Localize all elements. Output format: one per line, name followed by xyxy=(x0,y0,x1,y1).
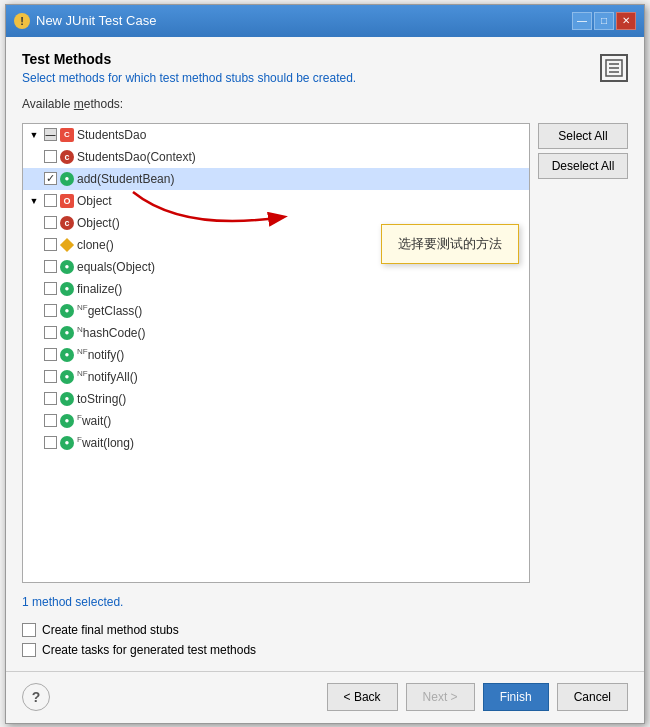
method-icon-finalize: ● xyxy=(60,282,74,296)
tree-row-equals[interactable]: ● equals(Object) xyxy=(23,256,529,278)
label-studentsDao-constructor: StudentsDao(Context) xyxy=(77,150,196,164)
tree-row-wait[interactable]: ● Fwait() xyxy=(23,410,529,432)
label-equals: equals(Object) xyxy=(77,260,155,274)
tree-row-studentsDao[interactable]: ▼ — C StudentsDao xyxy=(23,124,529,146)
label-notifyAll: NFnotifyAll() xyxy=(77,369,138,384)
checkbox-add[interactable]: ✓ xyxy=(44,172,57,185)
status-text: 1 method selected. xyxy=(22,595,628,609)
close-button[interactable]: ✕ xyxy=(616,12,636,30)
checkbox-finalize[interactable] xyxy=(44,282,57,295)
checkbox-equals[interactable] xyxy=(44,260,57,273)
title-bar: ! New JUnit Test Case — □ ✕ xyxy=(6,5,644,37)
checkbox-getClass[interactable] xyxy=(44,304,57,317)
method-icon-wait: ● xyxy=(60,414,74,428)
checkbox-notifyAll[interactable] xyxy=(44,370,57,383)
checkbox-object-constructor[interactable] xyxy=(44,216,57,229)
checkbox-toString[interactable] xyxy=(44,392,57,405)
help-icon: ? xyxy=(32,689,41,705)
window-controls: — □ ✕ xyxy=(572,12,636,30)
checkbox-wait[interactable] xyxy=(44,414,57,427)
tree-row-waitLong[interactable]: ● Fwait(long) xyxy=(23,432,529,454)
checkbox-create-tasks[interactable] xyxy=(22,643,36,657)
help-button[interactable]: ? xyxy=(22,683,50,711)
main-window: ! New JUnit Test Case — □ ✕ Test Methods… xyxy=(5,4,645,724)
label-object-constructor: Object() xyxy=(77,216,120,230)
minimize-button[interactable]: — xyxy=(572,12,592,30)
maximize-button[interactable]: □ xyxy=(594,12,614,30)
tree-row-studentsDao-constructor[interactable]: c StudentsDao(Context) xyxy=(23,146,529,168)
method-icon-object-constructor: c xyxy=(60,216,74,230)
collapse-object[interactable]: ▼ xyxy=(27,194,41,208)
method-icon-notify: ● xyxy=(60,348,74,362)
tree-list: ▼ — C StudentsDao c StudentsDao(Context)… xyxy=(23,124,529,454)
method-icon-notifyAll: ● xyxy=(60,370,74,384)
section-header: Test Methods Select methods for which te… xyxy=(22,51,628,85)
class-icon-object: O xyxy=(60,194,74,208)
window-title: New JUnit Test Case xyxy=(36,13,156,28)
label-waitLong: Fwait(long) xyxy=(77,435,134,450)
checkboxes-area: Create final method stubs Create tasks f… xyxy=(22,623,628,657)
diamond-icon-clone xyxy=(60,237,74,251)
cancel-button[interactable]: Cancel xyxy=(557,683,628,711)
content-area: Test Methods Select methods for which te… xyxy=(6,37,644,671)
tree-row-add[interactable]: ✓ ● add(StudentBean) xyxy=(23,168,529,190)
label-finalize: finalize() xyxy=(77,282,122,296)
available-label: Available methods: xyxy=(22,97,628,111)
label-clone: clone() xyxy=(77,238,114,252)
checkbox-waitLong[interactable] xyxy=(44,436,57,449)
next-button[interactable]: Next > xyxy=(406,683,475,711)
tree-row-notify[interactable]: ● NFnotify() xyxy=(23,344,529,366)
checkbox-studentsDao[interactable]: — xyxy=(44,128,57,141)
label-getClass: NFgetClass() xyxy=(77,303,142,318)
tree-row-object[interactable]: ▼ O Object xyxy=(23,190,529,212)
method-icon-getClass: ● xyxy=(60,304,74,318)
method-icon-hashCode: ● xyxy=(60,326,74,340)
tree-row-notifyAll[interactable]: ● NFnotifyAll() xyxy=(23,366,529,388)
label-studentsDao: StudentsDao xyxy=(77,128,146,142)
back-button[interactable]: < Back xyxy=(327,683,398,711)
checkbox-row-tasks: Create tasks for generated test methods xyxy=(22,643,628,657)
method-icon-add: ● xyxy=(60,172,74,186)
select-all-button[interactable]: Select All xyxy=(538,123,628,149)
checkbox-hashCode[interactable] xyxy=(44,326,57,339)
checkbox-notify[interactable] xyxy=(44,348,57,361)
section-title-area: Test Methods Select methods for which te… xyxy=(22,51,356,85)
label-create-tasks: Create tasks for generated test methods xyxy=(42,643,256,657)
methods-area: ▼ — C StudentsDao c StudentsDao(Context)… xyxy=(22,123,628,583)
section-description: Select methods for which test method stu… xyxy=(22,71,356,85)
section-icon xyxy=(600,54,628,82)
tree-row-object-constructor[interactable]: c Object() xyxy=(23,212,529,234)
section-title: Test Methods xyxy=(22,51,356,67)
tree-row-hashCode[interactable]: ● NhashCode() xyxy=(23,322,529,344)
checkbox-object[interactable] xyxy=(44,194,57,207)
checkbox-studentsDao-constructor[interactable] xyxy=(44,150,57,163)
method-icon-equals: ● xyxy=(60,260,74,274)
footer-buttons: < Back Next > Finish Cancel xyxy=(327,683,628,711)
class-icon-studentsDao: C xyxy=(60,128,74,142)
warning-icon: ! xyxy=(14,13,30,29)
footer: ? < Back Next > Finish Cancel xyxy=(6,671,644,723)
label-object: Object xyxy=(77,194,112,208)
tree-row-toString[interactable]: ● toString() xyxy=(23,388,529,410)
tree-row-finalize[interactable]: ● finalize() xyxy=(23,278,529,300)
label-create-final: Create final method stubs xyxy=(42,623,179,637)
method-icon-toString: ● xyxy=(60,392,74,406)
label-notify: NFnotify() xyxy=(77,347,124,362)
tree-container[interactable]: ▼ — C StudentsDao c StudentsDao(Context)… xyxy=(22,123,530,583)
tree-row-getClass[interactable]: ● NFgetClass() xyxy=(23,300,529,322)
collapse-studentsDao[interactable]: ▼ xyxy=(27,128,41,142)
sidebar-buttons: Select All Deselect All xyxy=(538,123,628,583)
checkbox-row-final: Create final method stubs xyxy=(22,623,628,637)
label-toString: toString() xyxy=(77,392,126,406)
method-icon-waitLong: ● xyxy=(60,436,74,450)
label-hashCode: NhashCode() xyxy=(77,325,145,340)
label-wait: Fwait() xyxy=(77,413,111,428)
finish-button[interactable]: Finish xyxy=(483,683,549,711)
tree-row-clone[interactable]: clone() xyxy=(23,234,529,256)
checkbox-clone[interactable] xyxy=(44,238,57,251)
method-icon-constructor: c xyxy=(60,150,74,164)
checkbox-create-final[interactable] xyxy=(22,623,36,637)
label-add: add(StudentBean) xyxy=(77,172,174,186)
deselect-all-button[interactable]: Deselect All xyxy=(538,153,628,179)
title-bar-left: ! New JUnit Test Case xyxy=(14,13,156,29)
